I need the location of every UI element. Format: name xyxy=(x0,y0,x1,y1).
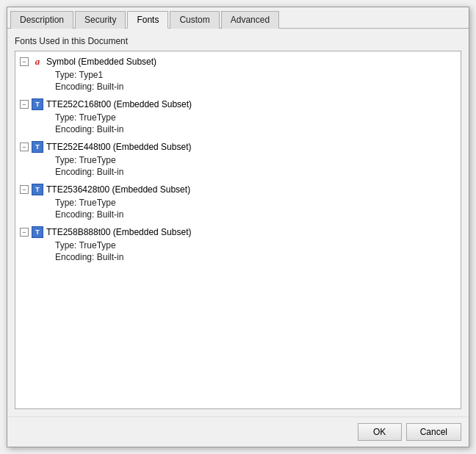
collapse-icon[interactable]: − xyxy=(20,143,29,151)
collapse-icon[interactable]: − xyxy=(20,57,29,66)
fonts-list[interactable]: −aSymbol (Embedded Subset)Type: Type1Enc… xyxy=(15,51,461,409)
font-header: −aSymbol (Embedded Subset) xyxy=(15,54,461,69)
tab-bar: DescriptionSecurityFontsCustomAdvanced xyxy=(7,7,469,29)
font-header: −TTTE258B888t00 (Embedded Subset) xyxy=(15,225,461,239)
font-type-row: Type: TrueType xyxy=(55,112,461,123)
font-details: Type: TrueTypeEncoding: Built-in xyxy=(15,197,461,220)
tab-fonts[interactable]: Fonts xyxy=(127,11,168,29)
font-encoding-row: Encoding: Built-in xyxy=(55,251,461,263)
font-entry: −TTTE252C168t00 (Embedded Subset)Type: T… xyxy=(15,97,461,135)
collapse-icon[interactable]: − xyxy=(20,185,29,194)
font-entry: −TTTE258B888t00 (Embedded Subset)Type: T… xyxy=(15,225,461,263)
font-type-icon: T xyxy=(32,184,43,195)
font-type-row: Type: TrueType xyxy=(55,154,461,166)
tab-advanced[interactable]: Advanced xyxy=(221,11,279,29)
tab-content: Fonts Used in this Document −aSymbol (Em… xyxy=(7,29,469,417)
tab-security[interactable]: Security xyxy=(75,11,126,29)
font-name: TTE252E448t00 (Embedded Subset) xyxy=(46,142,191,152)
footer: OK Cancel xyxy=(7,417,469,447)
font-entry: −TTTE252E448t00 (Embedded Subset)Type: T… xyxy=(15,140,461,178)
font-encoding-row: Encoding: Built-in xyxy=(55,81,461,93)
font-type-icon: a xyxy=(32,56,43,68)
section-title: Fonts Used in this Document xyxy=(15,36,461,46)
font-header: −TTTE252E448t00 (Embedded Subset) xyxy=(15,140,461,154)
font-name: TTE252C168t00 (Embedded Subset) xyxy=(46,99,192,109)
font-encoding-row: Encoding: Built-in xyxy=(55,209,461,220)
font-entry: −TTTE2536428t00 (Embedded Subset)Type: T… xyxy=(15,182,461,220)
font-details: Type: Type1Encoding: Built-in xyxy=(15,69,461,93)
cancel-button[interactable]: Cancel xyxy=(406,423,461,441)
tab-custom[interactable]: Custom xyxy=(170,11,219,29)
ok-button[interactable]: OK xyxy=(358,423,402,441)
font-type-row: Type: TrueType xyxy=(55,239,461,251)
font-name: TTE258B888t00 (Embedded Subset) xyxy=(46,227,191,237)
font-type-icon: T xyxy=(32,141,43,153)
font-type-icon: T xyxy=(32,226,43,238)
font-header: −TTTE252C168t00 (Embedded Subset) xyxy=(15,97,461,112)
tab-description[interactable]: Description xyxy=(10,11,73,29)
font-type-row: Type: Type1 xyxy=(55,69,461,81)
font-type-icon: T xyxy=(32,98,43,110)
font-name: TTE2536428t00 (Embedded Subset) xyxy=(46,184,190,195)
collapse-icon[interactable]: − xyxy=(20,228,29,237)
font-name: Symbol (Embedded Subset) xyxy=(46,57,156,67)
font-details: Type: TrueTypeEncoding: Built-in xyxy=(15,239,461,263)
font-header: −TTTE2536428t00 (Embedded Subset) xyxy=(15,182,461,197)
font-encoding-row: Encoding: Built-in xyxy=(55,166,461,178)
font-details: Type: TrueTypeEncoding: Built-in xyxy=(15,154,461,178)
font-details: Type: TrueTypeEncoding: Built-in xyxy=(15,112,461,135)
dialog: DescriptionSecurityFontsCustomAdvanced F… xyxy=(7,7,469,447)
font-type-row: Type: TrueType xyxy=(55,197,461,209)
font-entry: −aSymbol (Embedded Subset)Type: Type1Enc… xyxy=(15,54,461,93)
collapse-icon[interactable]: − xyxy=(20,100,29,109)
font-encoding-row: Encoding: Built-in xyxy=(55,123,461,135)
